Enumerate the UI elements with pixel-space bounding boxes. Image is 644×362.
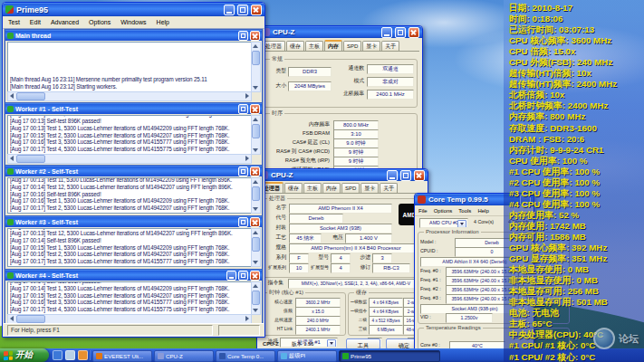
- cpuz-tab[interactable]: 主板: [305, 41, 323, 51]
- prime95-titlebar[interactable]: Prime95: [3, 3, 264, 16]
- log-output: [Aug 17 00:12] Test 11, 5300 Lucas-Lehme…: [7, 115, 252, 155]
- cpuz-cpu-titlebar[interactable]: CPU-Z: [257, 169, 428, 181]
- menu-item[interactable]: File: [418, 208, 428, 214]
- taskbar-button[interactable]: 超级PI: [277, 350, 337, 362]
- menu-item[interactable]: Options: [434, 208, 453, 214]
- vertical-scrollbar[interactable]: [251, 281, 261, 315]
- child-titlebar[interactable]: Worker #3 - Self-Test: [5, 216, 262, 227]
- chevron-down-icon[interactable]: [457, 220, 466, 228]
- cpuz-tab[interactable]: 关于: [381, 41, 399, 51]
- cache-group: 缓存 一级数据 4 x 64 KBytes 2-way 一级指令 4 x 64 …: [348, 292, 424, 336]
- osd-stat-line: 非本地显存使用: 0 MB: [509, 275, 644, 286]
- close-icon[interactable]: [250, 271, 260, 281]
- worker-icon: [7, 219, 14, 225]
- minimize-icon[interactable]: [381, 27, 392, 38]
- worker2-window: Worker #2 - Self-Test [Aug 17 00:13] Tes…: [5, 165, 263, 216]
- cpuz-tab[interactable]: 显卡: [360, 183, 379, 193]
- cpu-select-dropdown[interactable]: AMD CPU #0: [419, 218, 468, 228]
- memory-nb-freq-value: 2400.1 MHz: [367, 90, 414, 100]
- cpuz-tab[interactable]: 显卡: [362, 41, 380, 51]
- cpuz-tab[interactable]: SPD: [341, 183, 360, 193]
- cpuz-version-label: 版本 1.55: [292, 340, 332, 348]
- scrollbar-thumb[interactable]: [252, 186, 260, 201]
- maximize-icon[interactable]: [237, 5, 248, 15]
- quick-launch-icon[interactable]: [53, 350, 62, 360]
- child-titlebar[interactable]: Worker #1 - Self-Test: [5, 103, 262, 114]
- worker-icon: [7, 272, 14, 279]
- group-label: 处理器: [267, 195, 287, 202]
- cpuz-tab[interactable]: 关于: [380, 183, 398, 193]
- close-icon[interactable]: [250, 217, 260, 227]
- horizontal-scrollbar[interactable]: [7, 91, 252, 101]
- menu-item[interactable]: Help: [157, 19, 169, 25]
- minimize-icon[interactable]: [387, 170, 398, 181]
- child-titlebar[interactable]: Main thread: [5, 30, 262, 41]
- scrollbar-thumb[interactable]: [252, 237, 260, 252]
- taskbar-button[interactable]: Prime95: [339, 350, 440, 362]
- menu-item[interactable]: Windows: [120, 19, 146, 25]
- close-icon[interactable]: [250, 31, 260, 41]
- maximize-icon[interactable]: [238, 31, 248, 41]
- prime95-menubar: TestEditAdvancedOptionsWindowsHelp: [3, 16, 264, 29]
- osd-stat-line: 内存可用: 1586 MB: [509, 232, 644, 243]
- cpuz-tab[interactable]: 内存: [324, 40, 342, 51]
- vertical-scrollbar[interactable]: [251, 177, 261, 214]
- vertical-scrollbar[interactable]: [251, 42, 261, 92]
- close-icon[interactable]: [409, 27, 419, 38]
- scrollbar-thumb[interactable]: [252, 291, 260, 305]
- scrollbar-thumb[interactable]: [16, 92, 45, 100]
- scrollbar-thumb[interactable]: [16, 315, 45, 323]
- menu-item[interactable]: Test: [8, 19, 20, 25]
- osd-stat-line: CPU 倍频: 15.0x: [509, 46, 644, 57]
- cpu-extfamily-value: 10: [289, 263, 309, 273]
- menu-item[interactable]: Tools: [458, 208, 471, 214]
- cache-row: 一级指令 4 x 64 KBytes 2-way: [349, 307, 423, 316]
- maximize-icon[interactable]: [238, 217, 248, 227]
- close-icon[interactable]: [250, 104, 260, 114]
- group-label: 时序: [270, 110, 284, 117]
- vertical-scrollbar[interactable]: [251, 228, 261, 267]
- menu-item[interactable]: Help: [477, 208, 488, 214]
- quick-launch-icon[interactable]: [78, 350, 88, 360]
- quick-launch-icon[interactable]: [65, 350, 75, 360]
- taskbar-button[interactable]: EVEREST Ult...: [92, 350, 152, 362]
- close-icon[interactable]: [414, 170, 425, 181]
- maximize-icon[interactable]: [400, 170, 411, 181]
- cpuz-tab[interactable]: SPD: [343, 41, 361, 51]
- worker1-window: Worker #1 - Self-Test [Aug 17 00:12] Tes…: [5, 102, 263, 166]
- maximize-icon[interactable]: [238, 167, 248, 176]
- app-icon: [219, 353, 226, 359]
- menu-item[interactable]: Advanced: [51, 19, 79, 25]
- maximize-icon[interactable]: [238, 104, 248, 114]
- taskbar-button-label: Core Temp 0...: [227, 353, 264, 359]
- osd-stat-line: 日期: 2010-8-17: [509, 3, 644, 14]
- minimize-icon[interactable]: [224, 5, 235, 15]
- taskbar-button[interactable]: Core Temp 0...: [216, 350, 275, 362]
- start-button[interactable]: 开始: [0, 348, 49, 362]
- cpuz-memory-titlebar[interactable]: CPU-Z: [259, 26, 422, 38]
- close-icon[interactable]: [250, 167, 260, 176]
- close-icon[interactable]: [251, 5, 262, 15]
- scrollbar-thumb[interactable]: [16, 155, 45, 163]
- scrollbar-thumb[interactable]: [252, 124, 260, 138]
- taskbar-button[interactable]: CPU-Z: [154, 350, 214, 362]
- maximize-icon[interactable]: [395, 27, 406, 38]
- cpuz-tab[interactable]: 缓存: [286, 41, 304, 51]
- cpuz-tab[interactable]: 缓存: [284, 183, 303, 193]
- cpuz-tab[interactable]: 主板: [303, 183, 322, 193]
- log-line: [Aug 17 00:16] Test 1, 5300 Lucas-Lehmer…: [10, 197, 249, 205]
- taskbar-button-label: CPU-Z: [166, 353, 183, 359]
- cpuz-tab[interactable]: 内存: [322, 183, 341, 193]
- horizontal-scrollbar[interactable]: [7, 154, 252, 164]
- scrollbar-thumb[interactable]: [252, 51, 260, 65]
- group-label: Temperature Readings: [424, 324, 483, 331]
- log-line: [Aug 17 00:14] Test 1, 5300 Lucas-Lehmer…: [10, 285, 249, 292]
- maximize-icon[interactable]: [238, 271, 248, 281]
- minimize-icon[interactable]: [226, 271, 236, 281]
- menu-item[interactable]: Options: [89, 19, 111, 25]
- menu-item[interactable]: Edit: [30, 19, 41, 25]
- vertical-scrollbar[interactable]: [251, 115, 261, 155]
- status-text: For Help, press F1: [7, 325, 213, 336]
- child-titlebar[interactable]: Worker #4 - Self-Test: [5, 270, 262, 281]
- child-titlebar[interactable]: Worker #2 - Self-Test: [5, 166, 262, 176]
